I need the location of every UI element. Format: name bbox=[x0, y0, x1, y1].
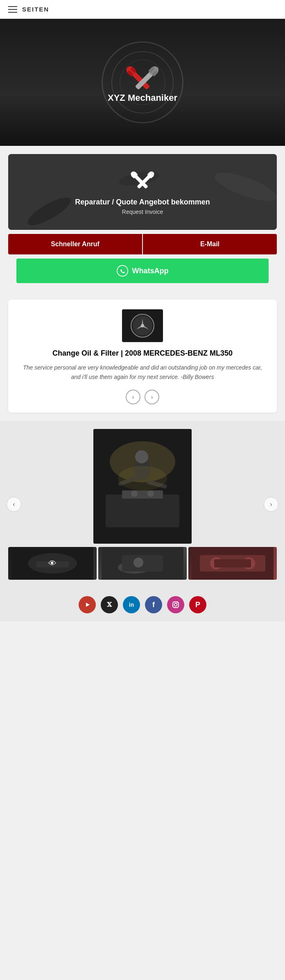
svg-point-41 bbox=[118, 466, 167, 490]
testimonial-title: Change Oil & Filter | 2008 MERCEDES-BENZ… bbox=[18, 349, 267, 358]
whatsapp-button[interactable]: WhatsApp bbox=[16, 259, 269, 283]
svg-point-48 bbox=[133, 558, 143, 567]
svg-point-40 bbox=[147, 490, 154, 497]
gallery-mechanic-svg bbox=[93, 429, 192, 544]
svg-point-30 bbox=[141, 324, 144, 327]
svg-point-23 bbox=[117, 265, 127, 276]
thumbnail-3[interactable] bbox=[188, 547, 277, 580]
service-card-tools-icon bbox=[128, 169, 157, 197]
service-card-subtitle: Request Invoice bbox=[122, 209, 163, 215]
pinterest-icon[interactable]: P bbox=[189, 596, 206, 613]
tools-cross-icon bbox=[122, 62, 163, 103]
twitter-x-icon[interactable]: 𝕏 bbox=[101, 596, 118, 613]
instagram-icon[interactable] bbox=[167, 596, 184, 613]
youtube-svg bbox=[83, 601, 91, 609]
svg-rect-38 bbox=[122, 490, 163, 499]
thumbnail-2[interactable] bbox=[98, 547, 187, 580]
linkedin-symbol: in bbox=[129, 601, 134, 608]
gallery-next-button[interactable]: › bbox=[264, 497, 278, 512]
hero-banner: XYZ Mechaniker bbox=[0, 19, 285, 146]
whatsapp-icon bbox=[117, 265, 128, 277]
thumbnails-row: 👁 bbox=[0, 544, 285, 580]
facebook-symbol: f bbox=[152, 601, 155, 609]
gallery-main-image bbox=[93, 429, 192, 544]
whatsapp-button-wrapper: WhatsApp bbox=[8, 259, 277, 283]
nav-title: SEITEN bbox=[22, 6, 49, 13]
action-buttons-row: Schneller Anruf E-Mail bbox=[8, 234, 277, 254]
testimonial-review-text: The service personal are very knowledgea… bbox=[18, 363, 267, 381]
call-button[interactable]: Schneller Anruf bbox=[8, 234, 142, 254]
youtube-icon[interactable] bbox=[79, 596, 96, 613]
thumbnail-1[interactable]: 👁 bbox=[8, 547, 97, 580]
mercedes-logo-img bbox=[122, 309, 163, 342]
svg-rect-33 bbox=[106, 495, 179, 527]
svg-point-35 bbox=[135, 450, 148, 463]
gallery-prev-button[interactable]: ‹ bbox=[7, 497, 21, 512]
top-nav: SEITEN bbox=[0, 0, 285, 19]
svg-point-56 bbox=[174, 603, 177, 606]
thumb-2-img bbox=[98, 547, 187, 580]
service-card-title: Reparatur / Quote Angebot bekommen bbox=[75, 197, 210, 207]
thumb-1-eye-icon: 👁 bbox=[48, 559, 57, 568]
svg-point-57 bbox=[177, 603, 178, 603]
svg-rect-53 bbox=[214, 559, 251, 567]
linkedin-icon[interactable]: in bbox=[123, 596, 140, 613]
testimonial-card: Change Oil & Filter | 2008 MERCEDES-BENZ… bbox=[8, 299, 277, 413]
svg-point-39 bbox=[131, 490, 138, 497]
facebook-icon[interactable]: f bbox=[145, 596, 162, 613]
service-card-overlay: Reparatur / Quote Angebot bekommen Reque… bbox=[8, 154, 277, 230]
whatsapp-label: WhatsApp bbox=[132, 267, 169, 275]
service-card[interactable]: Reparatur / Quote Angebot bekommen Reque… bbox=[8, 154, 277, 230]
email-button[interactable]: E-Mail bbox=[143, 234, 277, 254]
twitter-x-symbol: 𝕏 bbox=[107, 601, 112, 608]
menu-button[interactable] bbox=[8, 6, 17, 13]
social-bar: 𝕏 in f P bbox=[0, 588, 285, 622]
instagram-svg bbox=[172, 601, 180, 609]
thumb-3-img bbox=[188, 547, 277, 580]
testimonial-navigation: ‹ › bbox=[18, 390, 267, 404]
svg-marker-54 bbox=[86, 603, 90, 607]
testimonial-car-image bbox=[122, 309, 163, 342]
gallery-section: ‹ › 👁 bbox=[0, 421, 285, 588]
testimonial-prev-button[interactable]: ‹ bbox=[126, 390, 140, 404]
testimonial-next-button[interactable]: › bbox=[145, 390, 159, 404]
pinterest-symbol: P bbox=[195, 601, 200, 609]
